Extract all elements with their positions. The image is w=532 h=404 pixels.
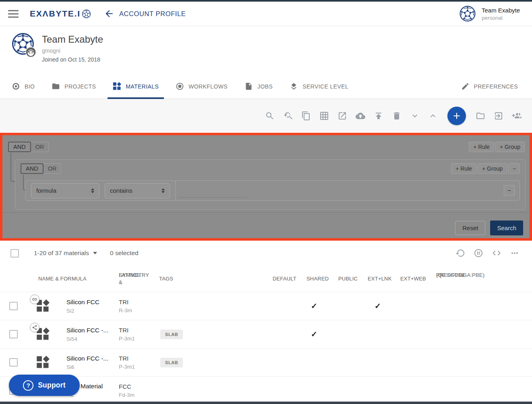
inner-or-button[interactable]: OR xyxy=(43,163,62,174)
file-icon xyxy=(244,82,253,91)
link-badge xyxy=(30,295,39,304)
outer-add-group-button[interactable]: + Group xyxy=(495,142,525,152)
folder-icon xyxy=(52,82,60,91)
check-icon: ✓ xyxy=(375,302,381,310)
tab-jobs[interactable]: JOBS xyxy=(236,74,281,99)
outer-and-button[interactable]: AND xyxy=(8,142,31,152)
grid-icon[interactable] xyxy=(319,111,329,121)
logo-ball-icon xyxy=(82,9,91,19)
tab-workflows[interactable]: WORKFLOWS xyxy=(167,74,236,99)
copy-icon[interactable] xyxy=(301,111,311,121)
material-icon xyxy=(24,299,56,313)
group-add-icon[interactable] xyxy=(512,111,522,121)
select-all-checkbox[interactable] xyxy=(10,249,19,258)
add-material-button[interactable] xyxy=(447,107,466,125)
rule-operator-select[interactable]: contains xyxy=(105,183,170,198)
more-icon[interactable] xyxy=(510,248,520,258)
row-checkbox[interactable] xyxy=(9,330,18,338)
inner-and-button[interactable]: AND xyxy=(21,163,43,174)
app-bar: EXΛBYTE.I ACCOUNT PROFILE Team Exabyte p… xyxy=(0,2,532,26)
table-row[interactable]: Silicon FCC Si2 TRI R-3m ✓ ✓ xyxy=(0,292,532,320)
tag-chip: SLAB xyxy=(160,330,183,339)
symmetry-group: Fd-3m xyxy=(119,392,149,398)
window-bottom-edge xyxy=(0,402,532,404)
annotation-highlight-query-builder: AND OR + Rule + Group AND OR + Rule + Gr… xyxy=(0,133,532,241)
support-button[interactable]: ? Support xyxy=(9,375,80,396)
materials-count-dropdown[interactable]: 1-20 of 37 materials xyxy=(34,249,97,257)
material-formula: Si54 xyxy=(66,336,109,342)
tab-materials[interactable]: MATERIALS xyxy=(104,74,167,99)
tag-chip: SLAB xyxy=(160,358,183,367)
exabyte-logo[interactable]: EXΛBYTE.I xyxy=(30,9,91,19)
chevron-up-icon[interactable] xyxy=(428,111,438,121)
window-top-edge xyxy=(0,0,532,2)
code-icon[interactable] xyxy=(492,248,501,258)
select-arrows-icon xyxy=(91,188,94,193)
profile-tabs: BIO PROJECTS MATERIALS WORKFLOWS JOBS SE… xyxy=(0,74,532,99)
list-action-icons xyxy=(455,248,532,258)
rule-field-select[interactable]: formula xyxy=(31,183,99,198)
search-icon[interactable] xyxy=(265,111,275,121)
chevron-down-icon[interactable] xyxy=(410,111,420,121)
filter-actions: Reset Search xyxy=(455,221,523,235)
profile-header: Team Exabyte gmogni Joined on Oct 15, 20… xyxy=(0,27,532,74)
row-checkbox[interactable] xyxy=(9,358,18,367)
materials-range: 1-20 of 37 materials xyxy=(34,249,89,257)
profile-joined-date: Joined on Oct 15, 2018 xyxy=(42,56,100,63)
table-row[interactable]: Material 2 FCC Fd-3m xyxy=(0,376,532,404)
inner-group-actions: + Rule + Group − xyxy=(451,163,520,174)
tab-bio[interactable]: BIO xyxy=(3,74,43,99)
back-arrow-icon[interactable] xyxy=(104,8,114,19)
app-window: EXΛBYTE.I ACCOUNT PROFILE Team Exabyte p… xyxy=(0,0,532,404)
reset-button[interactable]: Reset xyxy=(455,221,485,235)
pencil-icon xyxy=(461,82,470,91)
material-name: Silicon FCC -... xyxy=(66,327,109,334)
symmetry-group: P-3m1 xyxy=(119,336,149,342)
col-default: DEFAULT xyxy=(273,275,296,282)
inner-remove-group-button[interactable]: − xyxy=(508,163,520,174)
lattice-type: FCC xyxy=(119,383,149,390)
remove-rule-button[interactable]: − xyxy=(504,185,515,196)
rule-value-input[interactable] xyxy=(178,186,248,198)
inner-add-rule-button[interactable]: + Rule xyxy=(451,163,476,174)
import-icon[interactable] xyxy=(494,111,503,121)
col-ext-lnk: EXT+LNK xyxy=(368,275,392,282)
list-controls-bar: 1-20 of 37 materials 0 selected xyxy=(0,241,532,266)
outer-group-actions: + Rule + Group xyxy=(469,142,525,152)
col-tags: TAGS xyxy=(159,275,173,282)
material-name: Material xyxy=(81,383,109,390)
plus-icon xyxy=(451,111,462,121)
folder-icon[interactable] xyxy=(476,111,485,121)
selected-count: 0 selected xyxy=(110,249,139,257)
col-shared: SHARED xyxy=(306,275,329,282)
open-in-new-icon[interactable] xyxy=(337,111,347,121)
row-checkbox[interactable] xyxy=(9,302,18,310)
table-row[interactable]: Silicon FCC -... Si6 TRI P-3m1 SLAB xyxy=(0,348,532,376)
page-title: ACCOUNT PROFILE xyxy=(119,10,186,18)
col-public: PUBLIC xyxy=(338,275,358,282)
refresh-icon[interactable] xyxy=(455,248,465,258)
inner-add-group-button[interactable]: + Group xyxy=(478,163,507,174)
table-header: NAME & FORMULA LATTICE & SYMMETRY TAGS D… xyxy=(0,266,532,292)
delete-icon[interactable] xyxy=(392,111,402,121)
material-icon xyxy=(24,356,56,369)
search-again-icon[interactable] xyxy=(283,111,293,121)
account-menu[interactable]: Team Exabyte personal xyxy=(459,5,520,22)
material-icon xyxy=(24,328,56,341)
table-row[interactable]: Silicon FCC -... Si54 TRI P-3m1 SLAB ✓ xyxy=(0,320,532,348)
select-arrows-icon xyxy=(161,188,165,193)
lattice-type: TRI xyxy=(119,355,149,362)
pause-icon[interactable] xyxy=(474,248,483,258)
outer-add-rule-button[interactable]: + Rule xyxy=(469,142,494,152)
cloud-upload-icon[interactable] xyxy=(356,111,365,121)
share-badge xyxy=(30,323,39,332)
upload-icon[interactable] xyxy=(374,111,383,121)
nested-rule-group: AND OR + Rule + Group − formula contains xyxy=(15,159,526,210)
menu-icon[interactable] xyxy=(8,10,19,18)
search-button[interactable]: Search xyxy=(490,221,523,235)
tab-service-level[interactable]: SERVICE LEVEL xyxy=(281,74,357,99)
account-name: Team Exabyte xyxy=(482,7,520,14)
outer-or-button[interactable]: OR xyxy=(31,142,49,152)
tab-projects[interactable]: PROJECTS xyxy=(43,74,104,99)
tab-preferences[interactable]: PREFERENCES xyxy=(453,74,526,99)
